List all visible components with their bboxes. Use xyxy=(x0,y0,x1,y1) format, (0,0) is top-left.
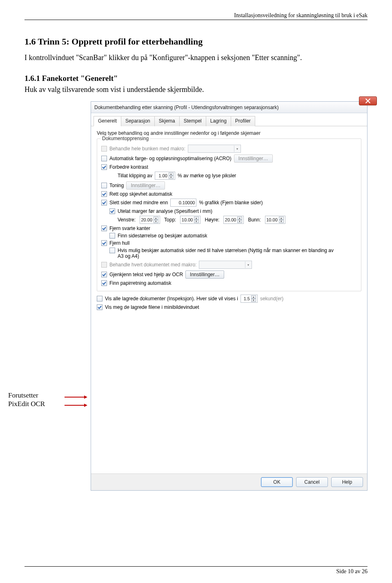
checkbox-acro[interactable] xyxy=(101,156,107,161)
checkbox-autocrop[interactable] xyxy=(109,233,115,239)
label-contrast: Forbedre kontrast xyxy=(109,164,148,170)
close-icon[interactable] xyxy=(359,96,377,105)
settings-button-acro[interactable]: Innstillinger… xyxy=(234,154,273,163)
tab-skjema[interactable]: Skjema xyxy=(154,116,180,126)
margin-left-value[interactable]: 20.00▴▾ xyxy=(140,216,160,224)
screenshot-dialog: Dokumentbehandling etter skanning (Profi… xyxy=(91,101,368,491)
checkbox-doc-macro[interactable] xyxy=(101,262,107,268)
svg-marker-1 xyxy=(84,395,87,399)
pane-lead-text: Velg type behandling og andre innstillin… xyxy=(97,130,361,136)
subheading-generelt: 1.6.1 Fanekortet "Generelt" xyxy=(24,74,368,83)
label-margin-right: Høyre: xyxy=(205,217,219,223)
tab-generelt[interactable]: Generelt xyxy=(94,116,121,126)
heading-step-5: 1.6 Trinn 5: Opprett profil for etterbeh… xyxy=(24,36,368,47)
clip-value[interactable]: 1.00▴▾ xyxy=(155,172,175,180)
label-inspect: Vis alle lagrede dokumenter (Inspeksjon)… xyxy=(105,296,238,302)
label-doc-macro: Behandle hvert dokumentet med makro: xyxy=(109,262,196,268)
subheading-text: Huk av valg tilsvarende som vist i under… xyxy=(24,85,368,94)
label-margin-left: Venstre: xyxy=(118,217,136,223)
combo-doc-macro[interactable]: ▾ xyxy=(199,261,252,269)
checkbox-batch-macro[interactable] xyxy=(101,146,107,152)
margin-right-value[interactable]: 20.00▴▾ xyxy=(223,216,244,224)
margin-bottom-value[interactable]: 10.00▴▾ xyxy=(265,216,285,224)
label-inspect-suffix: sekund(er) xyxy=(260,296,283,302)
callout-arrows xyxy=(65,101,87,411)
cancel-button[interactable]: Cancel xyxy=(296,477,328,487)
dialog-title: Dokumentbehandling etter skanning (Profi… xyxy=(91,102,367,113)
label-batch-macro: Behandle hele bunken med makro: xyxy=(109,146,185,152)
label-toning: Toning xyxy=(109,183,124,188)
tab-separasjon[interactable]: Separasjon xyxy=(121,116,155,126)
delblank-value[interactable]: 0.10000 xyxy=(170,199,196,207)
checkbox-ocr[interactable] xyxy=(101,272,107,277)
tab-profiler[interactable]: Profiler xyxy=(231,116,255,126)
label-acro: Automatisk farge- og oppløsningsoptimali… xyxy=(109,156,232,161)
ok-button[interactable]: OK xyxy=(261,477,293,487)
label-margins: Utelat marger før analyse (Spesifisert i… xyxy=(118,208,212,214)
checkbox-delblank[interactable] xyxy=(101,200,107,206)
label-minithumb: Vis meg de lagrede filene i minibildevin… xyxy=(105,304,199,310)
checkbox-inspect[interactable] xyxy=(97,296,102,302)
label-margin-bottom: Bunn: xyxy=(248,217,261,223)
settings-button-ocr[interactable]: Innstillinger… xyxy=(185,270,224,279)
group-title: Dokumentopprensing xyxy=(100,136,150,141)
intro-text: I kontrollvinduet "ScanBar" klikker du p… xyxy=(24,53,368,63)
settings-button-toning[interactable]: Innstillinger… xyxy=(126,181,165,190)
checkbox-margins[interactable] xyxy=(109,208,115,214)
label-halfcrop: Hvis mulig beskjær automatisk sider ned … xyxy=(118,248,338,259)
label-clip: Tillat klipping av xyxy=(118,173,152,179)
callout-prereq: Forutsetter PixEdit OCR xyxy=(8,101,61,408)
label-holes: Fjern hull xyxy=(109,240,129,246)
checkbox-minithumb[interactable] xyxy=(97,304,102,310)
inspect-value[interactable]: 1.5▴▾ xyxy=(241,295,258,303)
checkbox-toning[interactable] xyxy=(101,183,107,188)
svg-marker-3 xyxy=(84,404,87,407)
page-number: Side 10 av 26 xyxy=(24,566,368,575)
checkbox-halfcrop[interactable] xyxy=(109,248,115,253)
help-button[interactable]: Help xyxy=(331,477,363,487)
checkbox-deskew[interactable] xyxy=(101,191,107,197)
checkbox-paperdir[interactable] xyxy=(101,280,107,286)
tab-lagring[interactable]: Lagring xyxy=(206,116,231,126)
label-blackedges: Fjern svarte kanter xyxy=(109,226,150,231)
checkbox-blackedges[interactable] xyxy=(101,226,107,231)
margin-top-value[interactable]: 10.00▴▾ xyxy=(180,216,200,224)
combo-batch-macro[interactable]: ▾ xyxy=(188,145,241,153)
label-autocrop: Finn sidestørrelse og beskjær automatisk xyxy=(118,233,207,239)
running-header: Installasjonsveiledning for skanningløsn… xyxy=(24,12,368,20)
label-delblank: Slett sider med mindre enn xyxy=(109,200,168,206)
checkbox-holes[interactable] xyxy=(101,240,107,246)
label-paperdir: Finn papirretning automatisk xyxy=(109,280,171,286)
label-deskew: Rett opp skjevhet automatisk xyxy=(109,191,172,197)
label-margin-top: Topp: xyxy=(164,217,176,223)
label-clip-suffix: % av mørke og lyse piksler xyxy=(178,173,236,179)
checkbox-contrast[interactable] xyxy=(101,164,107,170)
tab-stempel[interactable]: Stempel xyxy=(179,116,206,126)
label-ocr: Gjenkjenn tekst ved hjelp av OCR xyxy=(109,272,183,277)
label-delblank-suffix: % grafikk (Fjern blanke sider) xyxy=(199,200,263,206)
